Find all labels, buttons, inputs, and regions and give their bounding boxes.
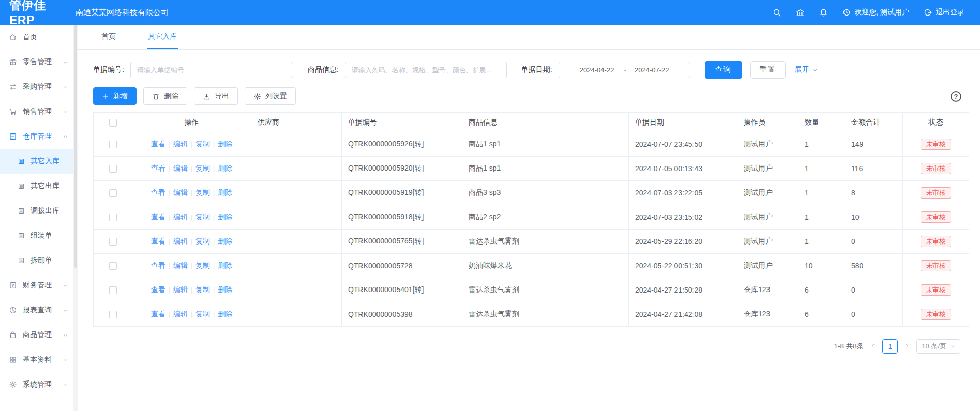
sidebar-item-home[interactable]: 首页 xyxy=(0,25,73,50)
view-link[interactable]: 查看 xyxy=(151,140,165,148)
expand-link[interactable]: 展开 xyxy=(795,65,818,74)
reset-button[interactable]: 重置 xyxy=(750,61,786,79)
delete-button[interactable]: 删除 xyxy=(143,87,187,105)
view-link[interactable]: 查看 xyxy=(151,285,165,294)
date-range-picker[interactable]: 2024-04-22 ~ 2024-07-22 xyxy=(559,62,690,78)
sidebar-item-reports[interactable]: 报表查询 xyxy=(0,298,73,323)
logout-button[interactable]: 退出登录 xyxy=(924,8,964,17)
edit-link[interactable]: 编辑 xyxy=(173,285,188,294)
search-icon[interactable] xyxy=(773,8,781,17)
copy-link[interactable]: 复制 xyxy=(195,285,210,294)
view-link[interactable]: 查看 xyxy=(151,164,165,172)
bank-icon[interactable] xyxy=(796,8,805,17)
copy-link[interactable]: 复制 xyxy=(195,164,210,172)
sidebar-item-system[interactable]: 系统管理 xyxy=(0,372,73,397)
edit-link[interactable]: 编辑 xyxy=(173,237,188,245)
doc-no-cell: QTRK00000005920[转] xyxy=(342,157,462,181)
product-info-input[interactable] xyxy=(345,62,507,78)
sidebar-scrollbar[interactable] xyxy=(73,25,78,411)
sidebar-item-assembly[interactable]: 组装单 xyxy=(0,223,73,248)
table-header-row: 操作 供应商 单据编号 商品信息 单据日期 操作员 数量 金额合计 状态 xyxy=(94,113,969,132)
edit-link[interactable]: 编辑 xyxy=(173,140,188,148)
edit-link[interactable]: 编辑 xyxy=(173,310,188,318)
delete-link[interactable]: 删除 xyxy=(218,164,232,172)
row-checkbox[interactable] xyxy=(109,165,117,173)
delete-link[interactable]: 删除 xyxy=(218,237,232,245)
select-all-checkbox[interactable] xyxy=(109,119,117,127)
chevron-down-icon xyxy=(63,84,68,90)
sidebar-item-other-inbound[interactable]: 其它入库 xyxy=(0,149,73,174)
sidebar-item-warehouse[interactable]: 仓库管理 xyxy=(0,124,73,149)
row-checkbox[interactable] xyxy=(109,286,117,294)
copy-link[interactable]: 复制 xyxy=(195,261,210,269)
sidebar-item-sales[interactable]: 销售管理 xyxy=(0,99,73,124)
edit-link[interactable]: 编辑 xyxy=(173,188,188,196)
tab-other-inbound[interactable]: 其它入库 xyxy=(147,25,178,49)
sidebar-item-disassembly[interactable]: 拆卸单 xyxy=(0,248,73,273)
help-icon[interactable]: ? xyxy=(951,91,961,102)
trash-icon xyxy=(152,93,160,100)
row-checkbox[interactable] xyxy=(109,262,117,270)
copy-link[interactable]: 复制 xyxy=(195,310,210,318)
qty-cell: 6 xyxy=(798,278,845,302)
delete-link[interactable]: 删除 xyxy=(218,188,232,196)
search-button[interactable]: 查询 xyxy=(705,61,742,79)
tab-home[interactable]: 首页 xyxy=(100,25,117,49)
sidebar-item-retail[interactable]: 零售管理 xyxy=(0,50,73,74)
column-settings-button[interactable]: 列设置 xyxy=(245,87,296,105)
copy-link[interactable]: 复制 xyxy=(195,140,210,148)
amount-cell: 0 xyxy=(845,230,903,254)
delete-link[interactable]: 删除 xyxy=(218,212,232,221)
edit-link[interactable]: 编辑 xyxy=(173,261,188,269)
row-checkbox[interactable] xyxy=(109,214,117,221)
product-cell: 商品1 sp1 xyxy=(462,132,629,157)
sidebar-item-transfer-outbound[interactable]: 调拨出库 xyxy=(0,199,73,223)
add-button[interactable]: 新增 xyxy=(93,87,137,105)
filter-product: 商品信息: xyxy=(308,62,507,78)
sidebar-item-other-outbound[interactable]: 其它出库 xyxy=(0,174,73,199)
copy-link[interactable]: 复制 xyxy=(195,237,210,245)
bell-icon[interactable] xyxy=(819,8,828,17)
prev-page-button[interactable] xyxy=(870,343,876,349)
scrollbar-thumb[interactable] xyxy=(74,25,77,268)
product-cell: 雷达杀虫气雾剂 xyxy=(462,302,629,327)
export-button[interactable]: 导出 xyxy=(194,87,238,105)
chevron-down-icon xyxy=(63,382,68,388)
row-checkbox[interactable] xyxy=(109,189,117,197)
welcome-user[interactable]: 欢迎您, 测试用户 xyxy=(842,8,909,17)
view-link[interactable]: 查看 xyxy=(151,237,165,245)
filter-doc-no: 单据编号: xyxy=(93,62,293,78)
delete-link[interactable]: 删除 xyxy=(218,261,232,269)
delete-link[interactable]: 删除 xyxy=(218,310,232,318)
table-row: 查看|编辑|复制|删除 QTRK00000005918[转] 商品2 sp2 2… xyxy=(94,205,969,230)
sidebar-item-label: 系统管理 xyxy=(23,380,52,389)
table-row: 查看|编辑|复制|删除 QTRK00000005926[转] 商品1 sp1 2… xyxy=(94,132,969,157)
doc-no-cell: QTRK00000005765[转] xyxy=(342,230,462,254)
sidebar-item-finance[interactable]: 财务管理 xyxy=(0,273,73,298)
row-checkbox[interactable] xyxy=(109,141,117,148)
delete-link[interactable]: 删除 xyxy=(218,285,232,294)
view-link[interactable]: 查看 xyxy=(151,188,165,196)
action-separator: | xyxy=(213,238,215,245)
date-cell: 2024-05-29 22:16:20 xyxy=(629,230,737,254)
sidebar-item-products[interactable]: 商品管理 xyxy=(0,323,73,347)
copy-link[interactable]: 复制 xyxy=(195,188,210,196)
date-cell: 2024-07-03 23:22:05 xyxy=(629,181,737,205)
delete-link[interactable]: 删除 xyxy=(218,140,232,148)
sidebar-item-label: 首页 xyxy=(23,33,37,42)
row-checkbox[interactable] xyxy=(109,238,117,246)
page-size-select[interactable]: 10 条/页 xyxy=(916,339,960,354)
operator-cell: 测试用户 xyxy=(737,132,798,157)
page-number[interactable]: 1 xyxy=(882,339,898,354)
view-link[interactable]: 查看 xyxy=(151,310,165,318)
doc-no-input[interactable] xyxy=(130,62,293,78)
edit-link[interactable]: 编辑 xyxy=(173,164,188,172)
edit-link[interactable]: 编辑 xyxy=(173,212,188,221)
row-checkbox[interactable] xyxy=(109,311,117,318)
next-page-button[interactable] xyxy=(904,343,910,349)
view-link[interactable]: 查看 xyxy=(151,261,165,269)
copy-link[interactable]: 复制 xyxy=(195,212,210,221)
view-link[interactable]: 查看 xyxy=(151,212,165,221)
sidebar-item-purchase[interactable]: 采购管理 xyxy=(0,74,73,99)
sidebar-item-basic-data[interactable]: 基本资料 xyxy=(0,347,73,372)
